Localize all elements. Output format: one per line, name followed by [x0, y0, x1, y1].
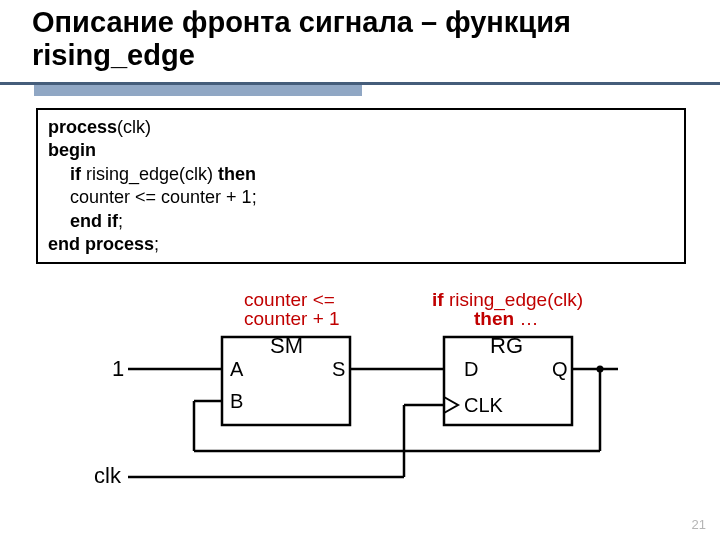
- title-line-1: Описание фронта сигнала – функция: [32, 6, 571, 38]
- code-box: process(clk) begin if rising_edge(clk) t…: [36, 108, 686, 264]
- code-line-4: counter <= counter + 1;: [48, 186, 674, 209]
- sm-port-a: A: [230, 359, 243, 379]
- sm-title: SM: [270, 335, 303, 357]
- clk-triangle-icon: [444, 397, 458, 413]
- slide: Описание фронта сигнала – функция rising…: [0, 0, 720, 540]
- rg-port-clk: CLK: [464, 395, 503, 415]
- rg-port-q: Q: [552, 359, 568, 379]
- label-one: 1: [112, 358, 124, 380]
- sm-port-s: S: [332, 359, 345, 379]
- code-line-5: end if;: [48, 210, 674, 233]
- title-line-2: rising_edge: [32, 39, 195, 71]
- code-line-6: end process;: [48, 233, 674, 256]
- slide-title: Описание фронта сигнала – функция rising…: [32, 6, 700, 73]
- block-diagram: counter <= counter + 1 if rising_edge(cl…: [0, 279, 720, 539]
- page-number: 21: [692, 517, 706, 532]
- rg-port-d: D: [464, 359, 478, 379]
- title-accent-block: [34, 85, 362, 96]
- sm-port-b: B: [230, 391, 243, 411]
- code-line-2: begin: [48, 139, 674, 162]
- label-clk: clk: [94, 465, 121, 487]
- code-line-1: process(clk): [48, 116, 674, 139]
- rg-title: RG: [490, 335, 523, 357]
- code-line-3: if rising_edge(clk) then: [48, 163, 674, 186]
